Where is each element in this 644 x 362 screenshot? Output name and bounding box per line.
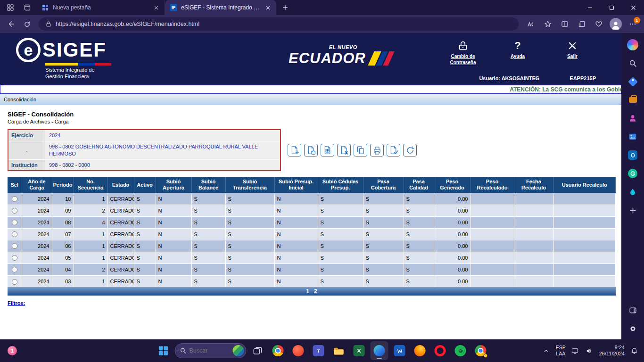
table-cell: S [225,252,274,263]
row-select-radio[interactable] [12,267,17,272]
browser-essentials-button[interactable] [591,17,606,31]
outlook-button[interactable] [627,149,639,161]
help-label: Ayuda [497,54,538,60]
tools-button[interactable] [627,94,639,106]
table-cell: CERRADO [107,275,134,287]
notification-center-button[interactable] [629,345,639,357]
g-arc-icon [630,171,636,176]
browser-tab-new-tab[interactable]: Nueva pestaña [37,0,165,15]
sidebar-add-button[interactable] [627,204,639,216]
minimize-button[interactable] [579,0,601,15]
widgets-button[interactable]: 1 [8,346,17,355]
browser-titlebar: Nueva pestaña eSIGEF - Sistema Integrado… [0,0,644,15]
sidebar-panel-toggle[interactable] [627,304,639,316]
copy-file-button[interactable] [354,144,367,156]
sidebar-settings-button[interactable] [627,322,639,335]
chrome-beta-button[interactable] [472,341,490,360]
row-select-cell [8,216,22,228]
favorites-button[interactable] [540,17,555,31]
workspaces-button[interactable] [4,2,17,13]
row-select-radio[interactable] [12,255,17,261]
file-explorer-button[interactable] [330,341,348,360]
back-button[interactable] [4,17,18,31]
address-bar[interactable]: https://esigef.finanzas.gob.ec/eSIGEF/me… [39,17,519,31]
row-select-radio[interactable] [12,231,17,237]
table-cell: 2 [74,263,107,275]
help-button[interactable]: ? Ayuda [497,39,538,66]
settings-more-button[interactable]: 1 [625,17,640,31]
contacts-button[interactable] [627,112,639,124]
new-file-button[interactable] [288,144,301,156]
search-input[interactable] [190,347,224,354]
row-select-radio[interactable] [12,196,17,202]
opera-gx-icon [293,345,304,356]
tab-close-icon[interactable] [152,4,160,11]
filters-link[interactable]: Filtros: [8,300,25,306]
sidebar-search-button[interactable] [627,57,639,69]
new-tab-button[interactable] [279,1,291,14]
pagination-page-link[interactable]: 2 [314,288,317,295]
table-cell: 08 [52,216,74,228]
table-cell: N [156,216,191,228]
institucion-label: Institución [8,160,45,171]
taskbar-search[interactable] [175,343,247,358]
firefox-button[interactable] [411,341,429,360]
tagline-line2: Gestión Financiera [45,74,111,80]
volume-button[interactable] [585,345,595,357]
tray-overflow-button[interactable] [541,345,552,357]
read-aloud-button[interactable] [523,17,538,31]
profile-button[interactable] [608,17,623,31]
excel-button[interactable] [350,341,368,360]
close-window-button[interactable] [622,0,644,15]
start-button[interactable] [155,341,173,360]
chrome-button[interactable] [269,341,287,360]
validate-file-button[interactable] [321,144,334,156]
browser-tab-esigef[interactable]: eSIGEF - Sistema Integrado de G [165,0,276,15]
teams-t-icon [315,347,322,354]
clock[interactable]: 9:24 26/11/2024 [599,345,625,357]
cast-button[interactable] [570,345,580,357]
designer-button[interactable] [627,131,639,143]
save-file-button[interactable] [304,144,318,156]
edge-button[interactable] [371,341,388,360]
logout-button[interactable]: Salir [552,39,593,66]
tab-close-icon[interactable] [264,4,272,11]
tab-actions-button[interactable] [21,2,34,13]
row-select-radio[interactable] [12,279,17,285]
copilot-button[interactable] [627,39,639,51]
row-select-radio[interactable] [12,220,17,225]
task-view-button[interactable] [249,341,267,360]
table-cell: CERRADO [107,263,134,275]
language-indicator[interactable]: ESP LAA [556,345,566,356]
table-cell: S [363,216,404,228]
print-button[interactable] [370,144,384,156]
refresh-button[interactable] [20,17,34,31]
table-cell: CERRADO [107,205,134,216]
shopping-button[interactable] [627,75,639,88]
spotify-button[interactable] [452,341,470,360]
collections-button[interactable] [574,17,589,31]
opera-button[interactable] [431,341,449,360]
opera-gx-button[interactable] [289,341,307,360]
row-select-radio[interactable] [12,208,17,214]
drop-button[interactable] [627,186,639,198]
row-select-radio[interactable] [12,243,17,249]
teams-button[interactable] [310,341,328,360]
reload-button[interactable] [403,144,417,156]
change-password-button[interactable]: Cambio de Contraseña [442,39,484,66]
word-button[interactable] [391,341,409,360]
form-area: Ejercicio 2024 - 998 - 0802 GOBIERNO AUT… [8,129,616,171]
institucion-value: 998 - 0802 - 0000 [45,160,280,171]
back-arrow-icon [7,20,15,28]
split-screen-button[interactable] [557,17,572,31]
grammar-tool-button[interactable] [627,167,639,180]
table-cell [553,193,616,205]
maximize-button[interactable] [601,0,622,15]
approve-file-button[interactable] [387,144,400,156]
menu-item-consolidacion[interactable]: Consolidación [4,97,36,102]
table-cell: N [156,205,191,216]
esigef-e-icon: e [16,38,41,62]
delete-file-button[interactable] [337,144,351,156]
table-cell: S [404,193,434,205]
close-x-icon [266,6,270,10]
